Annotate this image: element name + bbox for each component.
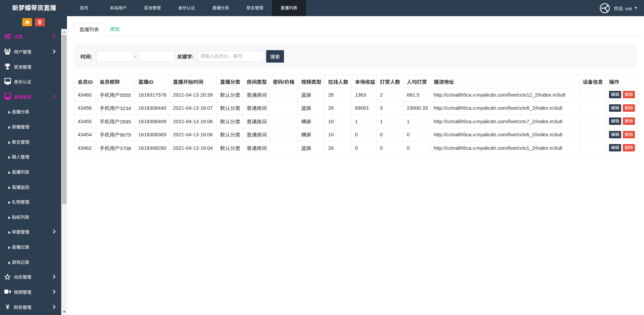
cell: 默认分类: [217, 128, 243, 141]
cell: [579, 128, 606, 141]
scrollbar-down-arrow[interactable]: [61, 309, 67, 315]
sidebar-subitem-14[interactable]: 举报管理: [0, 224, 61, 239]
cell: 0: [352, 141, 377, 155]
caret-right-icon: [8, 230, 10, 233]
time-label: 时间:: [80, 53, 92, 60]
caret-right-icon: [8, 261, 10, 264]
caret-right-icon: [8, 171, 10, 174]
sidebar-item-19[interactable]: ¥财务管理: [0, 299, 61, 314]
yen-icon: ¥: [6, 304, 9, 310]
sidebar-subitem-10[interactable]: 直播列表: [0, 164, 61, 179]
cell: 1618308383: [135, 128, 170, 141]
caret-right-icon: [8, 170, 10, 173]
sidebar-item-label: 禁言管理: [12, 138, 29, 145]
caret-right-icon: [8, 110, 10, 113]
clear-cache-button[interactable]: [35, 18, 45, 26]
caret-right-icon: [8, 246, 10, 249]
sidebar-item-4[interactable]: 身份认证: [0, 74, 61, 89]
sidebar-subitem-6[interactable]: 直播分类: [0, 104, 61, 119]
gears-icon: [4, 33, 11, 40]
chevron-right-icon: [53, 34, 56, 39]
sidebar-subitem-9[interactable]: 踢人管理: [0, 149, 61, 164]
filter-bar: 时间: - 关键字: 搜索: [74, 44, 637, 68]
top-nav-item-5[interactable]: 直播分类: [204, 0, 238, 16]
cell: [579, 115, 606, 128]
top-nav-item-7[interactable]: 直播列表: [272, 0, 306, 16]
sidebar-item-label: 禁播管理: [12, 124, 29, 130]
scrollbar-thumb[interactable]: [62, 35, 67, 204]
chevron-right-icon: [53, 305, 56, 309]
cell: [579, 88, 606, 102]
sidebar-subitem-11[interactable]: 直播监控: [0, 179, 61, 194]
sidebar-subitem-13[interactable]: 贴纸列表: [0, 209, 61, 224]
top-nav-item-1[interactable]: 首页: [67, 0, 101, 16]
cell: 横屏: [298, 128, 325, 141]
sidebar-item-label: 设置: [14, 33, 23, 40]
sidebar-quick-buttons: [0, 18, 67, 26]
delete-button[interactable]: 删除: [623, 91, 635, 98]
time-from-input[interactable]: [96, 51, 134, 62]
top-nav-item-2[interactable]: 本站用户: [101, 0, 136, 16]
delete-button[interactable]: 删除: [623, 117, 635, 125]
top-nav-item-4[interactable]: 身份认证: [170, 0, 204, 16]
live-list-table: 会员ID会员昵称直播ID直播开始时间直播分类房间类型密码/价格视频类型在线人数本…: [74, 75, 638, 155]
column-header-5: 直播分类: [217, 75, 243, 88]
edit-button[interactable]: 编辑: [609, 104, 621, 112]
delete-button[interactable]: 删除: [623, 104, 635, 112]
scrollbar-up-arrow[interactable]: [61, 29, 67, 35]
user-menu[interactable]: 欢迎, xxb: [600, 0, 644, 16]
sidebar-subitem-15[interactable]: 直播记录: [0, 239, 61, 254]
sidebar-item-17[interactable]: 动态管理: [0, 269, 61, 284]
top-nav-item-3[interactable]: 奖池管理: [135, 0, 170, 16]
edit-button[interactable]: 编辑: [609, 131, 621, 138]
table-body: 43460手机用户555516183175762021-04-13 20:39默…: [74, 88, 638, 155]
cell: 28: [325, 101, 352, 115]
cell: 普通房间: [243, 88, 270, 102]
delete-button[interactable]: 删除: [623, 144, 635, 151]
home-button[interactable]: [22, 18, 32, 26]
tab-add[interactable]: 添加: [104, 23, 125, 36]
yen-icon: ¥: [4, 303, 11, 310]
sidebar-subitem-8[interactable]: 禁言管理: [0, 134, 61, 149]
table-header-row: 会员ID会员昵称直播ID直播开始时间直播分类房间类型密码/价格视频类型在线人数本…: [74, 75, 638, 88]
sidebar-subitem-12[interactable]: 礼物管理: [0, 194, 61, 209]
cell: 2021-04-13 18:06: [170, 128, 217, 141]
sidebar-scrollbar[interactable]: [61, 29, 67, 315]
sidebar-item-18[interactable]: 视频管理: [0, 284, 61, 300]
column-header-14: 设备信息: [579, 75, 606, 88]
cell: http://cctvalih5ca.v.myalicdn.com/live/c…: [430, 88, 579, 102]
sidebar-item-3[interactable]: 奖池管理: [0, 59, 61, 74]
edit-button[interactable]: 编辑: [609, 91, 621, 98]
sidebar-item-label: 直播列表: [12, 168, 29, 175]
edit-button[interactable]: 编辑: [609, 144, 621, 151]
sidebar-menu: 设置用户管理奖池管理身份认证直播管理直播分类禁播管理禁言管理踢人管理直播列表直播…: [0, 29, 61, 314]
cell: 1618308440: [135, 101, 170, 115]
sidebar-item-5[interactable]: 直播管理: [0, 89, 61, 104]
cell: 2021-04-13 18:04: [170, 141, 217, 155]
sidebar-item-label: 奖池管理: [14, 63, 31, 70]
edit-button[interactable]: 编辑: [609, 117, 621, 125]
video-icon: [4, 289, 11, 294]
sidebar-item-2[interactable]: 用户管理: [0, 44, 61, 59]
sidebar-subitem-7[interactable]: 禁播管理: [0, 119, 61, 134]
tab-live-list[interactable]: 直播列表: [74, 23, 104, 36]
caret-right-icon: [8, 111, 10, 114]
top-nav-item-6[interactable]: 禁言管理: [238, 0, 272, 16]
table-header: 会员ID会员昵称直播ID直播开始时间直播分类房间类型密码/价格视频类型在线人数本…: [74, 75, 638, 88]
cell: 默认分类: [217, 88, 243, 102]
cell: 1: [403, 115, 430, 128]
search-button[interactable]: 搜索: [266, 50, 284, 63]
cell: [270, 101, 298, 115]
gears-icon: [4, 33, 11, 40]
column-header-7: 密码/价格: [270, 75, 298, 88]
sidebar-item-1[interactable]: 设置: [0, 29, 61, 44]
cell: 2021-04-13 20:39: [170, 88, 217, 102]
cell: 手机用户2695: [96, 115, 135, 128]
keyword-input[interactable]: [197, 51, 264, 62]
cell: 手机用户9079: [96, 128, 135, 141]
time-to-input[interactable]: [138, 51, 175, 62]
sidebar-subitem-16[interactable]: 游戏记录: [0, 254, 61, 269]
delete-button[interactable]: 删除: [623, 131, 635, 138]
cell-actions: 编辑删除: [606, 88, 638, 102]
caret-right-icon: [8, 201, 10, 204]
